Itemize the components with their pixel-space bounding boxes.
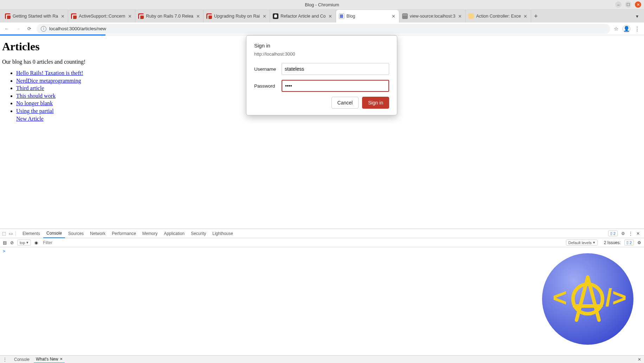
drawer-tab-close-icon[interactable]: ✕ xyxy=(60,357,63,361)
issues-count-badge[interactable]: ▯ 2 xyxy=(624,240,634,246)
drawer-menu-icon[interactable]: ⋮ xyxy=(3,357,7,362)
issues-text: 2 Issues: xyxy=(604,240,621,245)
username-input[interactable] xyxy=(282,63,389,75)
devtools-tab-security[interactable]: Security xyxy=(188,229,209,238)
context-selector[interactable]: top ▾ xyxy=(17,240,31,246)
devtools-tab-memory[interactable]: Memory xyxy=(139,229,161,238)
article-link[interactable]: Using the partial xyxy=(16,108,54,114)
devtools-tab-network[interactable]: Network xyxy=(87,229,109,238)
http-auth-dialog: Sign in http://localhost:3000 Username P… xyxy=(246,35,397,115)
article-link[interactable]: NerdDice metaprogramming xyxy=(16,78,81,84)
browser-tab[interactable]: Getting Started with Ra✕ xyxy=(2,10,68,23)
tab-strip: Getting Started with Ra✕ActiveSupport::C… xyxy=(0,10,644,23)
devtools-tab-console[interactable]: Console xyxy=(43,229,65,238)
maximize-button[interactable]: ☐ xyxy=(625,1,631,8)
browser-tab[interactable]: Action Controller: Exce✕ xyxy=(465,10,531,23)
favicon-icon xyxy=(206,13,212,19)
reload-button[interactable]: ⟳ xyxy=(25,25,33,33)
toolbar-right: ☆ 👤 ⋮ xyxy=(614,25,641,33)
chevron-down-icon: ▾ xyxy=(636,13,638,19)
password-label: Password xyxy=(254,83,282,89)
console-toolbar: ▤ ⊘ top ▾ ◉ Default levels ▾ 2 Issues: ▯… xyxy=(0,238,644,247)
tab-title: Ruby on Rails 7.0 Relea xyxy=(146,14,193,19)
drawer-close-icon[interactable]: ✕ xyxy=(638,357,641,362)
browser-tab[interactable]: ActiveSupport::Concern✕ xyxy=(68,10,135,23)
cancel-button[interactable]: Cancel xyxy=(331,97,359,109)
devtools-tab-sources[interactable]: Sources xyxy=(65,229,87,238)
anarchy-logo-watermark: < /> xyxy=(542,253,633,345)
favicon-icon xyxy=(468,13,474,19)
tab-close-icon[interactable]: ✕ xyxy=(60,14,65,19)
minimize-button[interactable]: – xyxy=(615,1,622,8)
browser-tab[interactable]: Refactor Article and Co✕ xyxy=(270,10,336,23)
devtools-panel: ⬚ ▭ ElementsConsoleSourcesNetworkPerform… xyxy=(0,229,644,355)
clear-console-icon[interactable]: ⊘ xyxy=(10,240,14,245)
window-controls: – ☐ ✕ xyxy=(615,1,641,8)
tab-close-icon[interactable]: ✕ xyxy=(523,14,528,19)
article-link[interactable]: This should work xyxy=(16,93,56,99)
list-item: New Article xyxy=(16,115,642,123)
tab-close-icon[interactable]: ✕ xyxy=(262,14,267,19)
devtools-tab-performance[interactable]: Performance xyxy=(109,229,139,238)
devtools-tab-lighthouse[interactable]: Lighthouse xyxy=(209,229,236,238)
svg-text:/>: /> xyxy=(605,284,626,311)
site-info-icon[interactable]: i xyxy=(41,26,46,32)
tab-close-icon[interactable]: ✕ xyxy=(391,14,396,19)
signin-button[interactable]: Sign in xyxy=(362,97,389,109)
tab-close-icon[interactable]: ✕ xyxy=(195,14,200,19)
devtools-close-icon[interactable]: ✕ xyxy=(636,231,640,236)
devtools-drawer: ⋮ ConsoleWhat's New✕ ✕ xyxy=(0,355,644,363)
new-article-link[interactable]: New Article xyxy=(16,116,44,122)
os-titlebar: Blog - Chromium – ☐ ✕ xyxy=(0,0,644,10)
toggle-sidebar-icon[interactable]: ▤ xyxy=(3,240,7,245)
favicon-icon xyxy=(71,13,77,19)
tab-title: Upgrading Ruby on Rai xyxy=(214,14,260,19)
log-levels-selector[interactable]: Default levels ▾ xyxy=(566,240,598,246)
forward-button[interactable]: → xyxy=(14,25,22,33)
devtools-tab-application[interactable]: Application xyxy=(161,229,188,238)
tab-title: view-source:localhost:3 xyxy=(410,14,456,19)
eye-icon[interactable]: ◉ xyxy=(34,240,38,245)
tab-overflow-button[interactable]: ▾ xyxy=(630,10,644,23)
tab-close-icon[interactable]: ✕ xyxy=(328,14,333,19)
tab-title: Refactor Article and Co xyxy=(281,14,326,19)
new-tab-button[interactable]: + xyxy=(531,10,541,23)
kebab-menu-icon[interactable]: ⋮ xyxy=(635,26,640,32)
console-settings-icon[interactable]: ⚙ xyxy=(637,240,641,245)
tab-close-icon[interactable]: ✕ xyxy=(457,14,462,19)
inspect-element-icon[interactable]: ⬚ xyxy=(2,231,6,236)
issues-badge[interactable]: ▯ 2 xyxy=(608,230,618,236)
article-link[interactable]: No longer blank xyxy=(16,100,53,106)
device-toggle-icon[interactable]: ▭ xyxy=(9,231,13,236)
back-button[interactable]: ← xyxy=(3,25,11,33)
password-input[interactable] xyxy=(282,80,389,92)
browser-tab[interactable]: view-source:localhost:3✕ xyxy=(399,10,466,23)
drawer-tab-what-s-new[interactable]: What's New✕ xyxy=(34,356,65,363)
console-filter-input[interactable] xyxy=(41,240,112,246)
bookmark-star-icon[interactable]: ☆ xyxy=(614,26,618,32)
console-prompt[interactable] xyxy=(3,249,641,254)
devtools-settings-icon[interactable]: ⚙ xyxy=(621,231,625,236)
article-link[interactable]: Third article xyxy=(16,85,44,91)
dialog-title: Sign in xyxy=(254,43,389,49)
favicon-icon xyxy=(138,13,144,19)
url-text: localhost:3000/articles/new xyxy=(49,26,106,31)
browser-tab[interactable]: Blog✕ xyxy=(336,10,399,23)
favicon-icon xyxy=(5,13,11,19)
tab-title: Blog xyxy=(347,14,389,19)
devtools-tab-elements[interactable]: Elements xyxy=(19,229,43,238)
drawer-tab-console[interactable]: Console xyxy=(12,356,32,363)
profile-avatar-icon[interactable]: 👤 xyxy=(623,25,630,33)
svg-text:<: < xyxy=(553,284,567,311)
svg-point-0 xyxy=(573,284,603,314)
tab-title: Action Controller: Exce xyxy=(476,14,521,19)
tab-close-icon[interactable]: ✕ xyxy=(127,14,132,19)
browser-tab[interactable]: Ruby on Rails 7.0 Relea✕ xyxy=(135,10,204,23)
tab-title: ActiveSupport::Concern xyxy=(79,14,125,19)
close-window-button[interactable]: ✕ xyxy=(635,1,641,8)
url-box[interactable]: i localhost:3000/articles/new xyxy=(37,24,610,34)
article-link[interactable]: Hello Rails! Taxation is theft! xyxy=(16,70,83,76)
devtools-menu-icon[interactable]: ⋮ xyxy=(629,231,633,236)
browser-tab[interactable]: Upgrading Ruby on Rai✕ xyxy=(204,10,270,23)
address-bar: ← → ⟳ i localhost:3000/articles/new ☆ 👤 … xyxy=(0,23,644,35)
